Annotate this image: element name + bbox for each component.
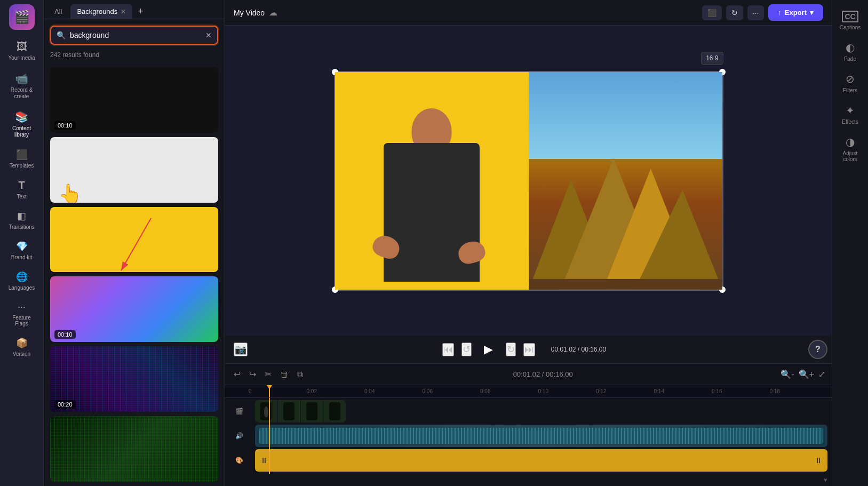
video-right-panel (529, 72, 722, 290)
project-title-area: My Video ☁ (234, 7, 277, 18)
track-pause-left-icon: ⏸ (260, 456, 268, 465)
video-canvas-container: 16:9 (334, 71, 723, 291)
fade-icon: ◐ (846, 41, 855, 54)
ruler-mark-8: 0:08 (480, 388, 538, 394)
export-button[interactable]: ↑ Export ▾ (768, 4, 823, 21)
playhead-ruler (269, 385, 270, 397)
version-icon: 📦 (16, 337, 28, 349)
save-cloud-icon[interactable]: ☁ (269, 7, 277, 18)
zoom-controls: 🔍- 🔍+ ⤢ (781, 369, 825, 379)
fit-btn[interactable]: ⤢ (818, 369, 825, 379)
languages-icon: 🌐 (16, 271, 28, 283)
audio-track-icon: 🔊 (235, 432, 243, 440)
brand-icon: 💎 (16, 241, 28, 252)
timeline-expand-btn[interactable]: ▾ (824, 476, 827, 484)
video-area: 16:9 (225, 26, 832, 336)
chevron-down-area: ▾ (225, 474, 832, 486)
search-box: 🔍 ✕ (50, 26, 218, 45)
sidebar-item-brand-kit[interactable]: 💎 Brand kit (3, 236, 41, 265)
rotate-tool-btn[interactable]: ↻ (726, 5, 743, 20)
thumb-2 (278, 400, 300, 423)
right-item-captions[interactable]: CC Captions (834, 6, 866, 35)
track-label-video: 🎬 (229, 408, 249, 415)
sidebar-item-templates[interactable]: ⬛ Templates (3, 145, 41, 173)
mountain-svg (529, 137, 722, 290)
help-button[interactable]: ? (808, 340, 827, 359)
media-item-yellow[interactable] (50, 207, 218, 273)
yellow-track-bar: ⏸ ⏸ (255, 449, 827, 472)
sidebar-item-text[interactable]: T Text (3, 175, 41, 204)
media-icon: 🖼 (17, 41, 27, 53)
tab-close-icon[interactable]: ✕ (121, 8, 126, 15)
right-item-fade[interactable]: ◐ Fade (834, 37, 866, 66)
thumb-1 (255, 400, 277, 423)
ruler-mark-16: 0:16 (712, 388, 770, 394)
main-content: My Video ☁ ⬛ ↻ ··· ↑ Export ▾ 16:9 (225, 0, 832, 486)
track-content-audio[interactable] (255, 425, 827, 447)
sidebar-item-transitions[interactable]: ◧ Transitions (3, 206, 41, 234)
search-clear-icon[interactable]: ✕ (205, 31, 212, 39)
zoom-in-btn[interactable]: 🔍+ (799, 369, 814, 379)
zoom-out-btn[interactable]: 🔍- (781, 369, 794, 379)
media-item-glitch[interactable]: 00:20 (50, 346, 218, 412)
track-pause-right-icon: ⏸ (815, 456, 822, 465)
skip-back-btn[interactable]: ⏮ (442, 343, 454, 356)
aspect-ratio-badge: 16:9 (701, 52, 723, 65)
search-input[interactable] (70, 31, 201, 39)
skip-forward-btn[interactable]: ⏭ (523, 343, 535, 356)
tab-all[interactable]: All (48, 4, 68, 19)
undo-btn[interactable]: ↩ (232, 367, 243, 381)
rewind-btn[interactable]: ↺ (461, 342, 472, 356)
audio-track-bar (255, 425, 827, 447)
track-label-bg: 🎨 (229, 457, 249, 464)
delete-btn[interactable]: 🗑 (278, 367, 291, 381)
ruler-mark-2: 0:02 (307, 388, 365, 394)
time-display: 00:01.02 / 00:16.00 (551, 346, 606, 353)
filters-icon: ⊘ (846, 73, 855, 85)
right-item-effects[interactable]: ✦ Effects (834, 100, 866, 129)
track-content-video[interactable] (255, 400, 346, 423)
crop-tool-btn[interactable]: ⬛ (702, 5, 722, 20)
project-title: My Video (234, 9, 265, 17)
sidebar-item-version[interactable]: 📦 Version (3, 333, 41, 361)
camera-control-btn[interactable]: 📷 (234, 342, 248, 356)
cut-btn[interactable]: ✂ (262, 367, 274, 381)
right-sidebar: CC Captions ◐ Fade ⊘ Filters ✦ Effects ◑… (832, 0, 868, 486)
timeline-tracks: 🎬 (225, 398, 832, 474)
ruler-mark-6: 0:06 (423, 388, 481, 394)
export-icon: ↑ (778, 9, 782, 17)
sidebar-item-your-media[interactable]: 🖼 Your media (3, 36, 41, 66)
duration-badge-gradient: 00:10 (54, 330, 76, 339)
timeline-area: ↩ ↪ ✂ 🗑 ⧉ 00:01.02 / 00:16.00 🔍- 🔍+ ⤢ 0 (225, 363, 832, 486)
video-controls-bar: 📷 ⏮ ↺ ▶ ↻ ⏭ 00:01.02 / 00:16.00 ⛶ (225, 336, 832, 363)
play-button[interactable]: ▶ (479, 340, 498, 359)
media-item-dark[interactable]: 00:10 (50, 67, 218, 133)
svg-rect-6 (529, 279, 722, 290)
track-row-video: 🎬 (229, 400, 827, 423)
thumb-3 (301, 400, 323, 423)
tab-add-button[interactable]: + (134, 5, 147, 18)
media-item-white[interactable]: 👆 (50, 137, 218, 203)
forward-btn[interactable]: ↻ (506, 342, 516, 356)
sidebar-item-feature-flags[interactable]: ··· FeatureFlags (3, 297, 41, 331)
duration-badge: 00:10 (54, 121, 76, 130)
top-bar: My Video ☁ ⬛ ↻ ··· ↑ Export ▾ (225, 0, 832, 26)
ruler-mark-0: 0 (249, 388, 307, 394)
tab-backgrounds[interactable]: Backgrounds ✕ (70, 4, 132, 19)
right-item-adjust-colors[interactable]: ◑ Adjustcolors (834, 131, 866, 166)
sidebar-item-record-create[interactable]: 📹 Record &create (3, 68, 41, 104)
copy-btn[interactable]: ⧉ (295, 367, 305, 381)
right-item-filters[interactable]: ⊘ Filters (834, 68, 866, 98)
bg-track-icon: 🎨 (235, 457, 243, 464)
ruler-mark-10: 0:10 (538, 388, 596, 394)
media-item-green[interactable] (50, 416, 218, 482)
sidebar-item-content-library[interactable]: 📚 Content library (3, 106, 41, 142)
record-icon: 📹 (15, 72, 28, 85)
redo-btn[interactable]: ↪ (247, 367, 258, 381)
sidebar-item-languages[interactable]: 🌐 Languages (3, 267, 41, 295)
duration-badge-glitch: 00:20 (54, 400, 76, 409)
media-item-gradient[interactable]: 00:10 (50, 276, 218, 342)
track-content-bg[interactable]: ⏸ ⏸ (255, 449, 827, 472)
more-tool-btn[interactable]: ··· (747, 5, 765, 20)
ruler-mark-14: 0:14 (654, 388, 712, 394)
